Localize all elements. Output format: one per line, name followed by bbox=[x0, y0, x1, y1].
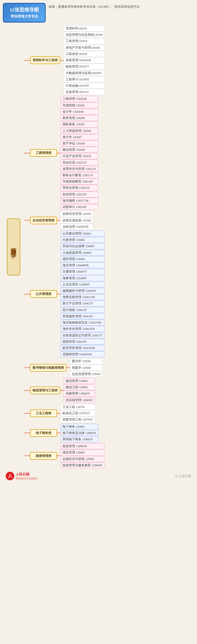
logo-icon: 人 bbox=[6, 472, 14, 480]
hline-cat5 bbox=[24, 367, 30, 368]
item-cat2-4: 国际商务 120205 bbox=[61, 121, 98, 127]
item-cat8-0: 电子商务 120801 bbox=[61, 424, 98, 430]
item-cat4-7: 海事管理 120408T bbox=[61, 275, 104, 281]
cat-label-cat5: 图书情报与档案管理类 bbox=[30, 364, 67, 372]
items-cat5: 图书学 120501档案学 120502信息资源管理 120503 bbox=[70, 358, 102, 377]
item-cat9-1: 酒店管理 120902 bbox=[61, 449, 104, 455]
cat-label-cat4: 公共管理类 bbox=[30, 290, 57, 298]
item-cat2-8: 物业管理 120209 bbox=[61, 147, 98, 153]
cat-line-cat1 bbox=[60, 60, 64, 61]
items-cat3: 农林经济管理 120301农村区域发展 120302乡村治理 120303TK bbox=[61, 211, 93, 230]
root-node: 管理学 bbox=[7, 218, 20, 276]
mindmap-diagram: 管理学 管理科学与工程类管理科学120101信息管理与信息系统120102工程管… bbox=[3, 25, 194, 469]
cat-label-cat1: 管理科学与工程类 bbox=[30, 56, 60, 64]
items-cat4: 公共事业管理 120401行政管理 120402劳动与社会保障 120403土地… bbox=[61, 231, 104, 357]
item-cat2-6: 审计学 120207 bbox=[61, 134, 98, 140]
cat-label-cat9: 旅游管理类 bbox=[30, 452, 57, 460]
item-cat1-9: 计算金融120110T bbox=[64, 83, 105, 89]
item-cat2-2: 会计学 120203K bbox=[61, 109, 98, 115]
hline-cat6 bbox=[24, 390, 30, 391]
branch-row-cat4: 公共管理类公共事业管理 120401行政管理 120402劳动与社会保障 120… bbox=[24, 231, 194, 357]
item-cat4-11: 医疗产品管理 120412T bbox=[61, 300, 104, 306]
items-cat2: 工商管理 120201K市场营销 120202会计学 120203K财务管理 1… bbox=[61, 96, 98, 210]
item-cat4-17: 慈善管理 120418T bbox=[61, 339, 104, 345]
item-cat9-2: 会展经济与管理 120903 bbox=[61, 456, 104, 462]
item-cat7-1: 标准化工程 120702T bbox=[61, 410, 95, 416]
item-cat9-3: 旅游管理与服务教育 120904T bbox=[61, 462, 104, 468]
item-cat2-16: 海关稽查 120217TK bbox=[61, 198, 98, 204]
item-cat2-7: 资产评估 120208 bbox=[61, 140, 98, 146]
item-cat4-2: 劳动与社会保障 120403 bbox=[61, 243, 104, 249]
item-cat4-10: 海警后勤管理 120411TK bbox=[61, 294, 104, 300]
item-cat3-1: 农村区域发展 120302 bbox=[61, 217, 93, 223]
item-cat4-8: 公共关系学 120409T bbox=[61, 282, 104, 288]
header: 12张思维导图 带你理清大学专业 来源：普通高等学校本科专业目录（2024年）、… bbox=[3, 3, 194, 23]
items-cat8: 电子商务 120801电子商务及法律 120802T跨境电子商务 120803T bbox=[61, 424, 98, 443]
items-cat6: 物流管理 120601物流工程 120602采购管理 120603T供应链管理 … bbox=[64, 378, 95, 403]
item-cat4-5: 海关管理 120406TK bbox=[61, 262, 104, 268]
cat-line-cat7 bbox=[57, 413, 61, 414]
item-cat1-8: 工程审计120109T bbox=[64, 76, 105, 82]
cat-line-cat9 bbox=[57, 455, 61, 456]
item-cat1-7: 大数据管理与应用120108T bbox=[64, 70, 105, 76]
item-cat4-14: 海关检验检疫安全 120415TK bbox=[61, 320, 104, 326]
item-cat4-6: 交通管理 120407T bbox=[61, 269, 104, 275]
cat-line-cat4 bbox=[57, 294, 61, 294]
title-line1: 12张思维导图 bbox=[7, 7, 42, 13]
item-cat3-0: 农林经济管理 120301 bbox=[61, 211, 93, 217]
item-cat3-2: 乡村治理 120303TK bbox=[61, 224, 93, 230]
branch-row-cat3: 农业经济管理类农林经济管理 120301农村区域发展 120302乡村治理 12… bbox=[24, 211, 194, 230]
branch-row-cat5: 图书情报与档案管理类图书学 120501档案学 120502信息资源管理 120… bbox=[24, 358, 194, 377]
item-cat2-11: 体育经济与管理 120212T bbox=[61, 166, 98, 172]
item-cat4-3: 土地资源管理 120404 bbox=[61, 250, 104, 256]
item-cat1-0: 管理科学120101 bbox=[64, 25, 105, 31]
item-cat2-0: 工商管理 120201K bbox=[61, 96, 98, 102]
cat-line-cat5 bbox=[67, 367, 70, 368]
branch-row-cat1: 管理科学与工程类管理科学120101信息管理与信息系统120102工程管理120… bbox=[24, 25, 194, 95]
hline-cat9 bbox=[24, 455, 30, 456]
item-cat4-19: 无障碍管理 120420TK bbox=[61, 351, 104, 357]
item-cat1-1: 信息管理与信息系统120102 bbox=[64, 32, 105, 38]
item-cat1-4: 工程造价120105 bbox=[64, 51, 105, 57]
item-cat2-12: 财务会计教育 120213T bbox=[61, 172, 98, 178]
watermark: @ 人民日报 bbox=[175, 474, 191, 478]
item-cat6-0: 物流管理 120601 bbox=[64, 378, 95, 384]
cat-line-cat3 bbox=[57, 220, 61, 221]
item-cat1-10: 应急管理120111T bbox=[64, 89, 105, 95]
item-cat7-0: 工业工程 120701 bbox=[61, 404, 95, 410]
cat-line-cat2 bbox=[57, 153, 61, 153]
item-cat4-1: 行政管理 120402 bbox=[61, 237, 104, 243]
item-cat5-2: 信息资源管理 120503 bbox=[70, 371, 102, 377]
item-cat1-3: 房地产开发与管理120104 bbox=[64, 45, 105, 51]
item-cat4-4: 城市管理 120405 bbox=[61, 256, 104, 262]
page-wrapper: 12张思维导图 带你理清大学专业 来源：普通高等学校本科专业目录（2024年）、… bbox=[0, 0, 197, 485]
branch-row-cat7: 工业工程类工业工程 120701标准化工程 120702T质量管理工程 1207… bbox=[24, 404, 194, 423]
logo-main-text: 人民日报 bbox=[16, 472, 38, 477]
item-cat9-0: 旅游管理 120901K bbox=[61, 443, 104, 449]
branch-row-cat2: 工商管理类工商管理 120201K市场营销 120202会计学 120203K财… bbox=[24, 96, 194, 210]
item-cat2-5: 人力资源管理 120206 bbox=[61, 128, 98, 134]
item-cat4-18: 航空劳务管理 120419TK bbox=[61, 345, 104, 351]
hline-cat4 bbox=[24, 294, 30, 294]
item-cat2-14: 零售业管理 120215T bbox=[61, 185, 98, 191]
title-line2: 带你理清大学专业 bbox=[7, 14, 42, 19]
branch-row-cat8: 电子商务类电子商务 120801电子商务及法律 120802T跨境电子商务 12… bbox=[24, 424, 194, 443]
footer-logo: 人 人民日报 PEOPLE'S DAILY bbox=[6, 472, 38, 480]
item-cat1-2: 工程管理120103 bbox=[64, 38, 105, 44]
item-cat2-9: 文化产业管理 120210 bbox=[61, 153, 98, 159]
items-cat1: 管理科学120101信息管理与信息系统120102工程管理120103房地产开发… bbox=[64, 25, 105, 95]
hline-cat7 bbox=[24, 413, 30, 414]
items-cat9: 旅游管理 120901K酒店管理 120902会展经济与管理 120903旅游管… bbox=[61, 443, 104, 468]
item-cat2-17: 内部审计 120218T bbox=[61, 204, 98, 210]
item-cat4-15: 海外安全管理 120416TK bbox=[61, 326, 104, 332]
title-badge: 12张思维导图 带你理清大学专业 bbox=[3, 3, 46, 23]
hline-cat1 bbox=[24, 60, 30, 61]
branch-row-cat6: 物流管理与工程类物流管理 120601物流工程 120602采购管理 12060… bbox=[24, 378, 194, 403]
item-cat2-13: 市场营销教育 120214T bbox=[61, 179, 98, 185]
item-cat5-0: 图书学 120501 bbox=[70, 358, 102, 364]
item-cat6-1: 物流工程 120602 bbox=[64, 384, 95, 390]
cat-label-cat3: 农业经济管理类 bbox=[30, 217, 57, 224]
item-cat4-13: 养老服务管理 120414T bbox=[61, 313, 104, 319]
item-cat4-9: 健康服务与管理 120410T bbox=[61, 288, 104, 294]
item-cat8-2: 跨境电子商务 120803T bbox=[61, 436, 98, 442]
